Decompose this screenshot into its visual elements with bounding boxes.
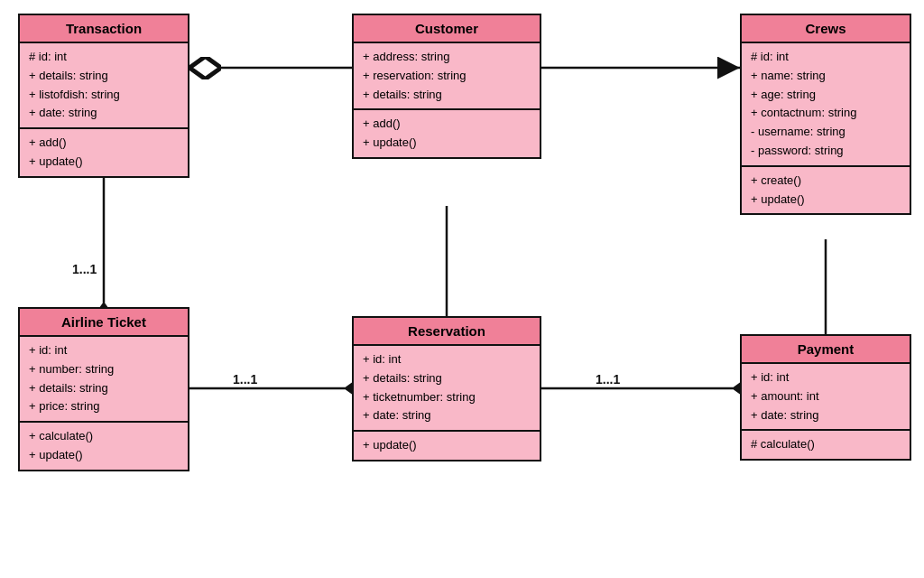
class-airline-ticket: Airline Ticket + id: int + number: strin… xyxy=(18,307,189,471)
class-reservation-header: Reservation xyxy=(354,318,540,346)
class-reservation-attrs: + id: int + details: string + ticketnumb… xyxy=(354,346,540,432)
class-airline-ticket-header: Airline Ticket xyxy=(20,309,188,337)
class-airline-ticket-methods: + calculate() + update() xyxy=(20,423,188,470)
class-transaction: Transaction # id: int + details: string … xyxy=(18,14,189,178)
class-reservation: Reservation + id: int + details: string … xyxy=(352,316,541,461)
class-customer-header: Customer xyxy=(354,15,540,43)
class-crews-attrs: # id: int + name: string + age: string +… xyxy=(742,43,910,167)
class-transaction-attrs: # id: int + details: string + listofdish… xyxy=(20,43,188,129)
diagram-container: 1...1 1...1 1...1 Transaction # id: int … xyxy=(0,0,924,578)
class-payment-header: Payment xyxy=(742,336,910,364)
class-crews: Crews # id: int + name: string + age: st… xyxy=(740,14,911,215)
class-customer-methods: + add() + update() xyxy=(354,110,540,157)
class-payment-methods: # calculate() xyxy=(742,431,910,459)
class-payment-attrs: + id: int + amount: int + date: string xyxy=(742,364,910,431)
class-reservation-methods: + update() xyxy=(354,432,540,460)
class-transaction-methods: + add() + update() xyxy=(20,129,188,176)
label-reservation-payment: 1...1 xyxy=(596,372,620,387)
class-customer-attrs: + address: string + reservation: string … xyxy=(354,43,540,110)
class-payment: Payment + id: int + amount: int + date: … xyxy=(740,334,911,461)
label-airline-reservation: 1...1 xyxy=(233,372,257,387)
class-customer: Customer + address: string + reservation… xyxy=(352,14,541,159)
class-crews-header: Crews xyxy=(742,15,910,43)
label-transaction-airline: 1...1 xyxy=(72,262,97,276)
class-airline-ticket-attrs: + id: int + number: string + details: st… xyxy=(20,337,188,423)
class-transaction-header: Transaction xyxy=(20,15,188,43)
class-crews-methods: + create() + update() xyxy=(742,167,910,214)
